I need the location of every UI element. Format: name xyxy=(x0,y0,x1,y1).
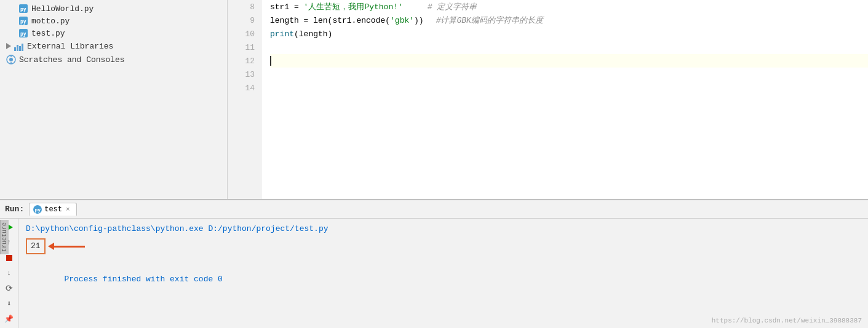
file-test-label: test.py xyxy=(31,29,65,38)
code-line-9-comment: #计算GBK编码的字符串的长度 xyxy=(436,15,543,26)
line-num-9: 9 xyxy=(228,14,261,27)
arrow-annotation xyxy=(48,243,85,250)
down-arrow-icon: ↓ xyxy=(7,269,11,278)
output-result-line: 21 xyxy=(26,238,861,254)
code-line-8-text: str1 = '人生苦短，我用Python!' xyxy=(270,1,403,12)
code-line-8-comment: # 定义字符串 xyxy=(428,1,477,12)
code-line-14 xyxy=(270,81,868,95)
line-num-12: 12 xyxy=(228,54,261,68)
finish-text: Process finished with exit code 0 xyxy=(64,275,222,284)
file-helloworld[interactable]: py HelloWorld.py xyxy=(0,2,227,15)
py-file-icon-3: py xyxy=(18,28,28,38)
expand-icon xyxy=(6,43,11,49)
panel-output: D:\python\config-pathclass\python.exe D:… xyxy=(18,219,868,328)
svg-point-7 xyxy=(9,58,13,61)
py-file-icon-2: py xyxy=(18,16,28,26)
code-line-11 xyxy=(270,41,868,54)
code-line-8: str1 = '人生苦短，我用Python!' # 定义字符串 xyxy=(270,0,868,14)
svg-text:py: py xyxy=(20,31,26,37)
code-line-13 xyxy=(270,68,868,81)
sidebar: py HelloWorld.py py motto.py py test.py xyxy=(0,0,228,199)
code-line-9: length = len(str1.encode('gbk')) #计算GBK编… xyxy=(270,14,868,27)
svg-text:py: py xyxy=(20,7,26,12)
line-num-10: 10 xyxy=(228,27,261,41)
finish-line: Process finished with exit code 0 xyxy=(26,259,861,300)
main-area: py HelloWorld.py py motto.py py test.py xyxy=(0,0,868,199)
code-line-10-print: print xyxy=(270,29,294,39)
code-lines[interactable]: str1 = '人生苦短，我用Python!' # 定义字符串 length =… xyxy=(261,0,868,199)
rerun-icon: ⟳ xyxy=(6,283,13,294)
run-tab-bar: Run: py test × xyxy=(0,200,868,219)
scratches-label: Scratches and Consoles xyxy=(19,55,125,64)
editor-area: 8 9 10 11 12 13 14 str1 = '人生苦短，我用Python… xyxy=(228,0,868,199)
result-box: 21 xyxy=(26,238,46,254)
arrow-head xyxy=(48,243,54,250)
line-numbers: 8 9 10 11 12 13 14 xyxy=(228,0,261,199)
run-tab-name: test xyxy=(44,205,62,214)
scroll-icon: ⬇ xyxy=(7,299,11,308)
down-button[interactable]: ↓ xyxy=(2,267,16,280)
line-num-11: 11 xyxy=(228,41,261,54)
scratches-consoles-item[interactable]: Scratches and Consoles xyxy=(0,53,227,66)
structure-label: tructure xyxy=(0,220,9,254)
file-motto[interactable]: py motto.py xyxy=(0,15,227,27)
library-icon xyxy=(14,41,24,51)
code-line-9-text: length = len(str1.encode('gbk')) xyxy=(270,16,424,25)
line-num-14: 14 xyxy=(228,81,261,95)
py-file-icon: py xyxy=(18,4,28,14)
file-helloworld-label: HelloWorld.py xyxy=(31,4,94,14)
code-line-12 xyxy=(270,54,868,68)
svg-text:py: py xyxy=(20,19,26,25)
external-libraries-item[interactable]: External Libraries xyxy=(0,39,227,53)
tab-py-icon: py xyxy=(33,205,42,214)
code-line-10: print(length) xyxy=(270,27,868,41)
cursor xyxy=(270,56,271,66)
file-motto-label: motto.py xyxy=(31,17,70,26)
stop-icon xyxy=(6,255,12,261)
bottom-panel: Run: py test × ↑ ↓ ⟳ ⬇ xyxy=(0,199,868,328)
file-test[interactable]: py test.py xyxy=(0,27,227,39)
line-num-13: 13 xyxy=(228,68,261,81)
watermark: https://blog.csdn.net/weixin_39888387 xyxy=(712,317,862,324)
arrow-line xyxy=(54,246,85,248)
line-num-8: 8 xyxy=(228,0,261,14)
scratches-icon xyxy=(6,55,16,64)
code-container: 8 9 10 11 12 13 14 str1 = '人生苦短，我用Python… xyxy=(228,0,868,199)
external-libraries-label: External Libraries xyxy=(27,42,113,51)
tab-close-button[interactable]: × xyxy=(66,206,70,213)
scroll-button[interactable]: ⬇ xyxy=(2,297,16,310)
pin-button[interactable]: 📌 xyxy=(2,313,16,326)
rerun-button[interactable]: ⟳ xyxy=(2,282,16,295)
run-label: Run: xyxy=(5,205,24,214)
panel-content: ↑ ↓ ⟳ ⬇ 📌 D:\python\config-pathclass\pyt… xyxy=(0,219,868,328)
pin-icon: 📌 xyxy=(4,314,14,324)
command-line: D:\python\config-pathclass\python.exe D:… xyxy=(26,222,861,236)
run-tab-test[interactable]: py test × xyxy=(29,203,76,216)
